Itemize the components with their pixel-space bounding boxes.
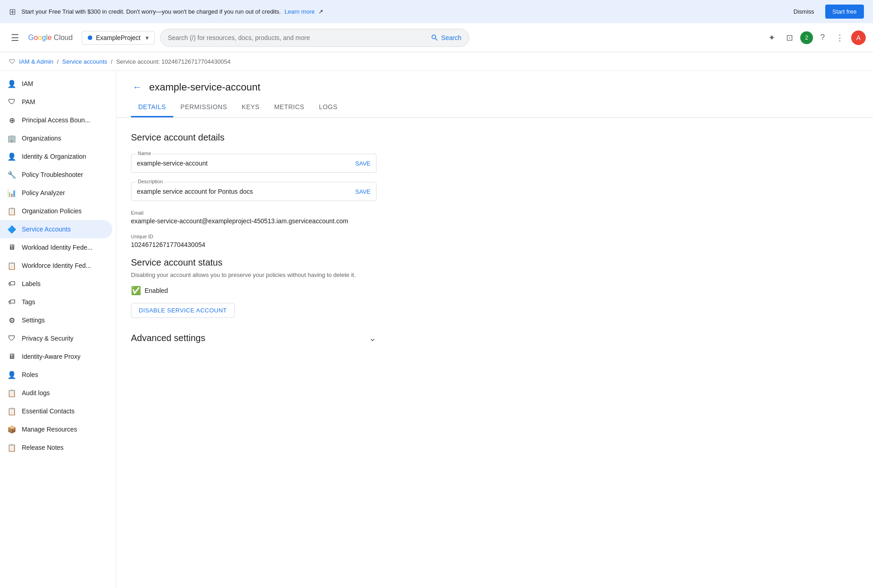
search-button[interactable]: Search (431, 34, 462, 42)
menu-button[interactable]: ☰ (7, 29, 23, 47)
release-notes-icon: 📋 (7, 443, 16, 452)
sidebar: 👤 IAM 🛡 PAM ⊕ Principal Access Boun... 🏢… (0, 71, 116, 588)
page-header: ← example-service-account (116, 71, 873, 94)
sidebar-item-policy-troubleshooter[interactable]: 🔧 Policy Troubleshooter (0, 166, 112, 184)
description-save-button[interactable]: SAVE (355, 188, 371, 195)
status-badge: ✅ Enabled (131, 286, 858, 296)
name-field-box: Name SAVE (131, 154, 376, 173)
search-bar: Search (160, 29, 469, 47)
learn-more-link[interactable]: Learn more (285, 8, 315, 15)
project-selector[interactable]: ExampleProject ▾ (82, 31, 155, 45)
external-icon: ↗ (318, 8, 323, 15)
sidebar-item-essential-contacts[interactable]: 📋 Essential Contacts (0, 402, 112, 420)
grid-icon: ⊞ (9, 7, 16, 17)
breadcrumb-sep-1: / (57, 58, 59, 65)
advanced-header[interactable]: Advanced settings ⌄ (131, 329, 376, 347)
cloud-shell-button[interactable]: ⊡ (783, 29, 797, 46)
tab-details[interactable]: DETAILS (131, 98, 173, 117)
google-cloud-logo[interactable]: Google Cloud (28, 34, 73, 42)
sidebar-item-label-iam: IAM (22, 80, 33, 87)
sidebar-item-label-audit-logs: Audit logs (22, 389, 50, 397)
breadcrumb-current: Service account: 102467126717704430054 (116, 58, 231, 65)
identity-org-icon: 👤 (7, 152, 16, 161)
more-options-button[interactable]: ⋮ (832, 29, 848, 46)
sidebar-item-workload-identity[interactable]: 🖥 Workload Identity Fede... (0, 238, 112, 256)
sidebar-item-label-manage-resources: Manage Resources (22, 426, 77, 433)
sidebar-item-pam[interactable]: 🛡 PAM (0, 93, 112, 111)
sidebar-item-label-workload-identity: Workload Identity Fede... (22, 244, 92, 251)
breadcrumb-iam-admin[interactable]: IAM & Admin (19, 58, 53, 65)
header-actions: ✦ ⊡ 2 ? ⋮ A (765, 29, 866, 46)
tab-keys[interactable]: KEYS (235, 98, 267, 117)
tab-permissions[interactable]: PERMISSIONS (173, 98, 235, 117)
name-input[interactable] (137, 158, 355, 169)
chevron-down-icon: ⌄ (369, 332, 376, 343)
hamburger-icon: ☰ (11, 33, 19, 43)
start-free-button[interactable]: Start free (825, 5, 864, 19)
identity-aware-proxy-icon: 🖥 (7, 352, 16, 361)
sidebar-item-label-tags: Tags (22, 298, 35, 306)
enabled-check-icon: ✅ (131, 286, 141, 296)
name-save-button[interactable]: SAVE (355, 160, 371, 167)
unique-id-value: 102467126717704430054 (131, 241, 376, 248)
page-title: example-service-account (149, 81, 261, 93)
sidebar-item-labels[interactable]: 🏷 Labels (0, 275, 112, 293)
search-input[interactable] (168, 34, 431, 41)
sidebar-item-audit-logs[interactable]: 📋 Audit logs (0, 384, 112, 402)
sidebar-item-privacy-security[interactable]: 🛡 Privacy & Security (0, 329, 112, 347)
notification-badge[interactable]: 2 (800, 31, 813, 44)
audit-logs-icon: 📋 (7, 388, 16, 397)
description-label: Description (136, 179, 165, 184)
sidebar-item-label-principal-access: Principal Access Boun... (22, 116, 90, 124)
breadcrumb-service-accounts[interactable]: Service accounts (62, 58, 107, 65)
sidebar-item-settings[interactable]: ⚙ Settings (0, 311, 112, 329)
header: ☰ Google Cloud ExampleProject ▾ Search ✦… (0, 23, 873, 52)
sidebar-item-organization-policies[interactable]: 📋 Organization Policies (0, 202, 112, 220)
sidebar-item-roles[interactable]: 👤 Roles (0, 366, 112, 384)
sidebar-item-label-release-notes: Release Notes (22, 444, 64, 451)
privacy-security-icon: 🛡 (7, 334, 16, 343)
service-accounts-icon: 🔷 (7, 225, 16, 234)
workload-identity-icon: 🖥 (7, 243, 16, 252)
principal-access-icon: ⊕ (7, 116, 16, 125)
manage-resources-icon: 📦 (7, 425, 16, 434)
description-field-box: Description SAVE (131, 182, 376, 201)
email-value: example-service-account@exampleproject-4… (131, 217, 376, 225)
sidebar-item-label-service-accounts: Service Accounts (22, 226, 70, 233)
essential-contacts-icon: 📋 (7, 407, 16, 416)
sidebar-item-principal-access[interactable]: ⊕ Principal Access Boun... (0, 111, 112, 129)
banner-left: ⊞ Start your Free Trial with $300 in cre… (9, 7, 323, 17)
advanced-title: Advanced settings (131, 333, 205, 343)
sidebar-item-identity-aware-proxy[interactable]: 🖥 Identity-Aware Proxy (0, 347, 112, 366)
enabled-text: Enabled (145, 287, 168, 294)
description-input[interactable] (137, 186, 355, 197)
settings-icon: ⚙ (7, 316, 16, 325)
sparkle-button[interactable]: ✦ (765, 29, 779, 46)
disable-service-account-button[interactable]: DISABLE SERVICE ACCOUNT (131, 303, 235, 318)
sidebar-item-label-identity-org: Identity & Organization (22, 153, 86, 160)
content-area: ← example-service-account DETAILS PERMIS… (116, 71, 873, 588)
dropdown-arrow: ▾ (146, 34, 149, 41)
tab-metrics[interactable]: METRICS (267, 98, 312, 117)
email-label: Email (131, 210, 376, 216)
help-button[interactable]: ? (817, 29, 828, 46)
sidebar-item-organizations[interactable]: 🏢 Organizations (0, 129, 112, 147)
back-button[interactable]: ← (131, 80, 144, 94)
sidebar-item-release-notes[interactable]: 📋 Release Notes (0, 438, 112, 457)
sidebar-item-label-roles: Roles (22, 371, 38, 378)
sidebar-item-policy-analyzer[interactable]: 📊 Policy Analyzer (0, 184, 112, 202)
dismiss-button[interactable]: Dismiss (788, 5, 820, 18)
sidebar-item-tags[interactable]: 🏷 Tags (0, 293, 112, 311)
sidebar-item-label-workforce-identity: Workforce Identity Fed... (22, 262, 91, 269)
sidebar-item-label-pam: PAM (22, 98, 35, 106)
sidebar-item-workforce-identity[interactable]: 📋 Workforce Identity Fed... (0, 256, 112, 275)
sidebar-item-manage-resources[interactable]: 📦 Manage Resources (0, 420, 112, 438)
avatar[interactable]: A (851, 30, 866, 45)
tags-icon: 🏷 (7, 297, 16, 307)
tab-logs[interactable]: LOGS (311, 98, 345, 117)
sidebar-item-service-accounts[interactable]: 🔷 Service Accounts (0, 220, 112, 238)
sidebar-item-identity-organization[interactable]: 👤 Identity & Organization (0, 147, 112, 166)
name-field-group: Name SAVE (131, 154, 858, 173)
banner-right: Dismiss Start free (788, 5, 864, 19)
sidebar-item-iam[interactable]: 👤 IAM (0, 75, 112, 93)
